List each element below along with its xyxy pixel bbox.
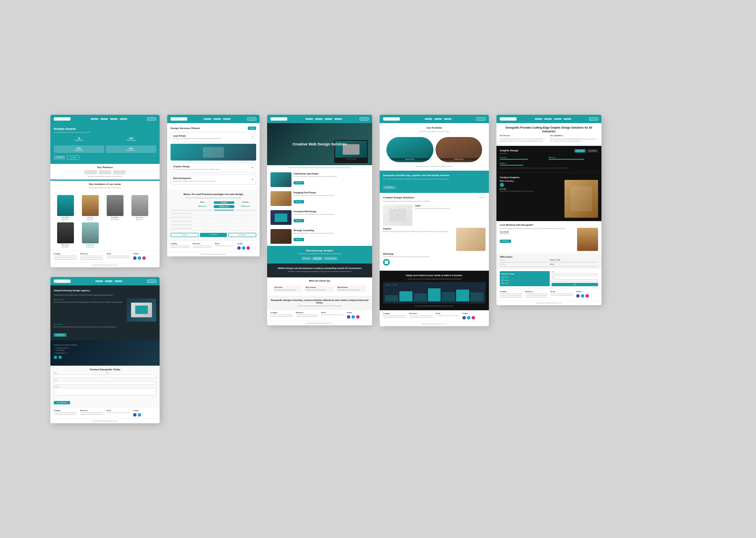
mockup-web-design: Creative Web Design Services We create s… bbox=[267, 115, 372, 325]
member-stars-6: ★★★★★ bbox=[79, 246, 102, 248]
nav-btn-6[interactable] bbox=[589, 117, 598, 121]
avatar-5 bbox=[57, 222, 74, 243]
services-section: Design Services Offered View All Logo De… bbox=[167, 123, 260, 190]
srv-btn-4[interactable]: See more › bbox=[294, 238, 304, 241]
branding-dot bbox=[500, 183, 504, 187]
nav-btn-2[interactable] bbox=[147, 280, 156, 283]
logo-tab-2[interactable]: Web design bbox=[312, 257, 323, 260]
footer-6-col-2: Resources bbox=[525, 291, 548, 298]
message-input[interactable] bbox=[54, 388, 156, 396]
award-desc: Transforming businesses through innovati… bbox=[54, 294, 156, 296]
reach-form-area: Name Email Send bbox=[551, 271, 598, 286]
copyright-1: Copyright 2024 Deezgrafix. All rights re… bbox=[50, 263, 160, 267]
nav-1 bbox=[50, 115, 160, 123]
reach-email-input[interactable] bbox=[551, 279, 598, 282]
hours-1: 9:00 AM - 6:00 PM bbox=[550, 259, 598, 261]
srv-btn-3[interactable]: See more › bbox=[294, 219, 304, 222]
price-1: $99/month bbox=[192, 205, 212, 208]
service-info-3: Innovative Web Design Custom web design … bbox=[294, 210, 369, 223]
social-icons bbox=[133, 256, 156, 260]
stat-label-3: Happy Clients bbox=[56, 150, 102, 151]
gd-tab-logo[interactable]: Logo Design bbox=[587, 149, 598, 153]
nav-link bbox=[120, 118, 127, 120]
reach-submit-btn[interactable]: Send bbox=[551, 283, 598, 286]
portfolio-title: Our Portfolio bbox=[383, 127, 486, 129]
vr-text: Experience the future of design bbox=[54, 344, 156, 346]
service-name-1: Logo Design bbox=[173, 134, 223, 137]
nav-link bbox=[564, 118, 571, 120]
facebook-icon bbox=[133, 256, 136, 260]
about-btn[interactable]: Learn More bbox=[383, 186, 396, 189]
hero-btn-1[interactable]: Get Started bbox=[54, 156, 65, 160]
portfolio-label-1: Design with dark bbox=[386, 158, 433, 161]
gd-tab-web[interactable]: Web Design bbox=[575, 149, 585, 153]
logo-tab-3[interactable]: Responsive design bbox=[324, 257, 338, 260]
footer-col-4: Contact bbox=[133, 253, 156, 261]
nav-btn-1[interactable] bbox=[147, 117, 156, 121]
hero-overlay: Creative Web Design Services bbox=[267, 123, 372, 165]
service-toggle-3[interactable]: ▼ bbox=[251, 178, 254, 181]
name-input[interactable] bbox=[54, 374, 104, 378]
footer-col-2: Resources bbox=[80, 253, 103, 261]
service-card-1: Logo Design Our creative team designs lo… bbox=[171, 132, 256, 142]
twitter-icon-6 bbox=[581, 294, 584, 298]
facebook-icon-2 bbox=[133, 413, 136, 417]
nav-btn-3[interactable] bbox=[247, 117, 256, 121]
reach-box: Reach Us Today Call Us Email us Visit us bbox=[500, 271, 550, 286]
learn-more-btn[interactable]: Learn More bbox=[54, 333, 66, 337]
hours-2: Closed bbox=[550, 264, 598, 265]
phone-input[interactable] bbox=[54, 381, 156, 385]
footer-col-co: Company bbox=[54, 410, 77, 417]
graphics-info: Graphics We produce beautiful graphic de… bbox=[383, 228, 454, 232]
nav-link bbox=[334, 118, 342, 120]
cap-bar-3 bbox=[500, 165, 523, 166]
service-thumb-1 bbox=[270, 172, 291, 187]
nav-btn-5[interactable] bbox=[476, 117, 486, 121]
service-info-1: Captivating Logo Design Our team creates… bbox=[294, 172, 369, 185]
srv-btn-1[interactable]: See more › bbox=[294, 181, 304, 185]
nav-6 bbox=[496, 115, 601, 123]
office-section: Office Hours Mon - Fri Sat - Sun 9:00 AM… bbox=[496, 253, 601, 269]
solutions-link[interactable]: See more › bbox=[479, 197, 486, 198]
read-more-btn[interactable]: Read More bbox=[500, 240, 511, 243]
pricing-cta-1[interactable]: Get Basic bbox=[171, 233, 199, 237]
nav-link bbox=[115, 280, 122, 282]
nav-link bbox=[535, 118, 542, 120]
nav-logo-5 bbox=[383, 117, 400, 121]
nav-btn-4[interactable] bbox=[360, 117, 369, 121]
cap-bar-1 bbox=[500, 159, 528, 160]
service-close-1[interactable]: × bbox=[252, 135, 254, 139]
testimonials-title: What Our Clients Say bbox=[270, 280, 369, 282]
mockup-award-agency: Award-winning design agency Transforming… bbox=[50, 277, 160, 423]
copyright-2: Copyright 2024 Deezgrafix. All rights re… bbox=[50, 419, 160, 423]
hero-btn-2[interactable]: Learn More bbox=[67, 156, 79, 160]
logo-tab-1[interactable]: Print media bbox=[302, 257, 311, 260]
pricing-cta-2[interactable]: Get Standard bbox=[200, 233, 227, 237]
nav-links-6 bbox=[535, 118, 571, 120]
srv-btn-2[interactable]: See more › bbox=[294, 200, 304, 203]
teal-social-1 bbox=[54, 356, 57, 359]
reach-name-input[interactable] bbox=[551, 273, 598, 276]
member-stars-4: ★★★★☆ bbox=[128, 219, 151, 221]
view-all-btn[interactable]: View All bbox=[248, 127, 256, 130]
reach-icon-1 bbox=[501, 276, 504, 278]
member-stars-2: ★★★★☆ bbox=[79, 219, 102, 221]
nav-links-2 bbox=[95, 280, 122, 282]
cols-desc: Our comprehensive design services are cr… bbox=[500, 138, 598, 142]
footer-3-col-1: Company bbox=[171, 243, 189, 250]
nav-link bbox=[305, 118, 313, 120]
days-bar-1 bbox=[500, 262, 548, 263]
pricing-section: Basic, Pro and Premium packages for web … bbox=[167, 190, 260, 240]
service-toggle-2[interactable]: ▼ bbox=[251, 166, 254, 169]
email-input[interactable] bbox=[106, 374, 156, 378]
reach-icon-3 bbox=[501, 282, 504, 284]
instagram-icon bbox=[142, 256, 146, 260]
testimonial-area: Working with Deezgrafix has transformed … bbox=[500, 228, 598, 251]
pricing-sub: We offer memorable packages to suit your… bbox=[171, 197, 256, 199]
service-row-1: Captivating Logo Design Our team creates… bbox=[267, 170, 372, 189]
pricing-cta-3[interactable]: Get Premium bbox=[228, 233, 256, 237]
footer-5-col-3: Social bbox=[436, 313, 459, 319]
cols-header: Our Services Our Capabilities bbox=[500, 134, 598, 137]
submit-btn[interactable]: Send Message bbox=[54, 401, 70, 404]
facebook-icon-6 bbox=[576, 294, 580, 298]
